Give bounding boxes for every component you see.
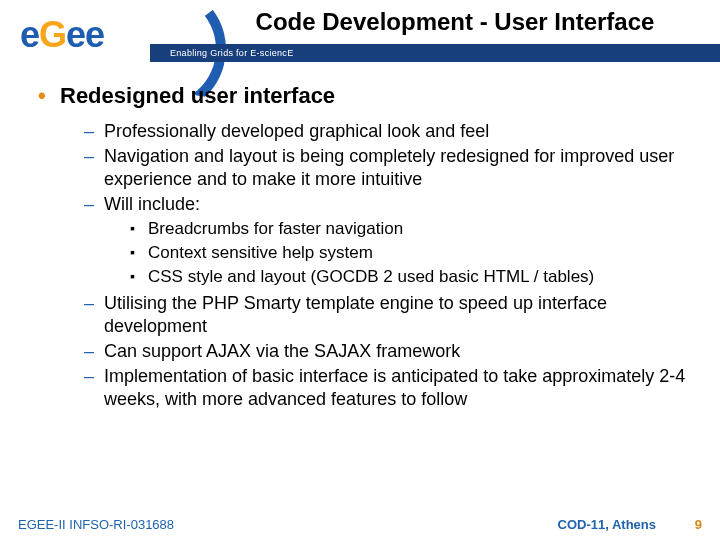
slide-subtitle: Enabling Grids for E-sciencE — [170, 48, 293, 58]
bullet-text: Context sensitive help system — [148, 243, 373, 262]
slide-subtitle-band: Enabling Grids for E-sciencE — [150, 44, 720, 62]
footer-right: COD-11, Athens — [558, 517, 656, 532]
bullet-text: Navigation and layout is being completel… — [104, 146, 674, 189]
bullet-level2: Navigation and layout is being completel… — [84, 145, 690, 191]
egee-logo: eGee — [8, 4, 168, 68]
slide-content: Redesigned user interface Professionally… — [0, 64, 720, 411]
bullet-text: CSS style and layout (GOCDB 2 used basic… — [148, 267, 594, 286]
bullet-text: Breadcrumbs for faster navigation — [148, 219, 403, 238]
logo-letter-e2: e — [66, 14, 85, 55]
bullet-level3: Breadcrumbs for faster navigation — [130, 218, 690, 240]
bullet-text: Can support AJAX via the SAJAX framework — [104, 341, 460, 361]
bullet-text: Will include: — [104, 194, 200, 214]
bullet-level2: Can support AJAX via the SAJAX framework — [84, 340, 690, 363]
slide-footer: EGEE-II INFSO-RI-031688 COD-11, Athens 9 — [0, 508, 720, 532]
bullet-level1: Redesigned user interface Professionally… — [38, 82, 690, 411]
logo-letter-e3: e — [85, 14, 104, 55]
bullet-level2: Professionally developed graphical look … — [84, 120, 690, 143]
bullet-level2: Utilising the PHP Smarty template engine… — [84, 292, 690, 338]
bullet-text: Implementation of basic interface is ant… — [104, 366, 685, 409]
logo-letter-g: G — [39, 14, 66, 55]
bullet-text: Professionally developed graphical look … — [104, 121, 489, 141]
footer-page-number: 9 — [695, 517, 702, 532]
logo-letter-e: e — [20, 14, 39, 55]
bullet-text: Utilising the PHP Smarty template engine… — [104, 293, 607, 336]
slide-title: Code Development - User Interface — [200, 8, 710, 36]
slide-header: eGee Code Development - User Interface E… — [0, 0, 720, 64]
bullet-level1-text: Redesigned user interface — [60, 83, 335, 108]
footer-left: EGEE-II INFSO-RI-031688 — [18, 517, 174, 532]
bullet-level3: CSS style and layout (GOCDB 2 used basic… — [130, 266, 690, 288]
bullet-level2: Implementation of basic interface is ant… — [84, 365, 690, 411]
slide: eGee Code Development - User Interface E… — [0, 0, 720, 540]
bullet-level2: Will include: Breadcrumbs for faster nav… — [84, 193, 690, 288]
logo-text: eGee — [20, 14, 104, 56]
bullet-level3: Context sensitive help system — [130, 242, 690, 264]
